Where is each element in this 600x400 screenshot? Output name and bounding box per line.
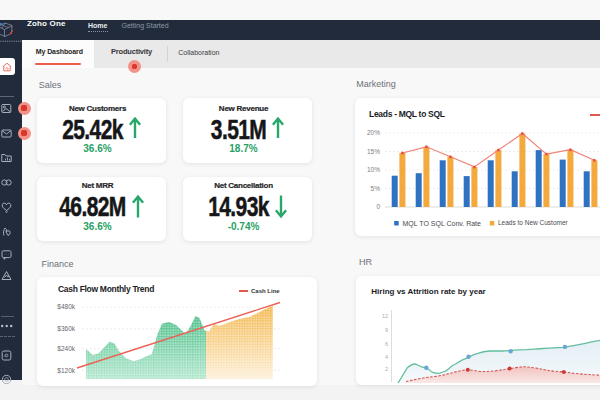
svg-text:$120k: $120k (57, 366, 75, 373)
svg-text:6: 6 (384, 341, 387, 347)
svg-text:9: 9 (384, 327, 387, 333)
svg-text:$480k: $480k (57, 303, 75, 310)
svg-text:Leads to New Customer: Leads to New Customer (498, 219, 569, 226)
svg-text:$360k: $360k (57, 325, 75, 332)
svg-text:2: 2 (384, 366, 387, 372)
svg-text:20%: 20% (367, 129, 380, 136)
svg-text:4: 4 (384, 354, 387, 360)
svg-text:12: 12 (381, 313, 387, 319)
svg-text:0: 0 (376, 203, 380, 210)
svg-text:MQL TO SQL Conv. Rate: MQL TO SQL Conv. Rate (403, 220, 482, 228)
svg-text:15%: 15% (367, 148, 380, 155)
svg-text:$240k: $240k (57, 345, 75, 352)
svg-text:10%: 10% (367, 166, 380, 173)
svg-text:5%: 5% (371, 185, 381, 192)
